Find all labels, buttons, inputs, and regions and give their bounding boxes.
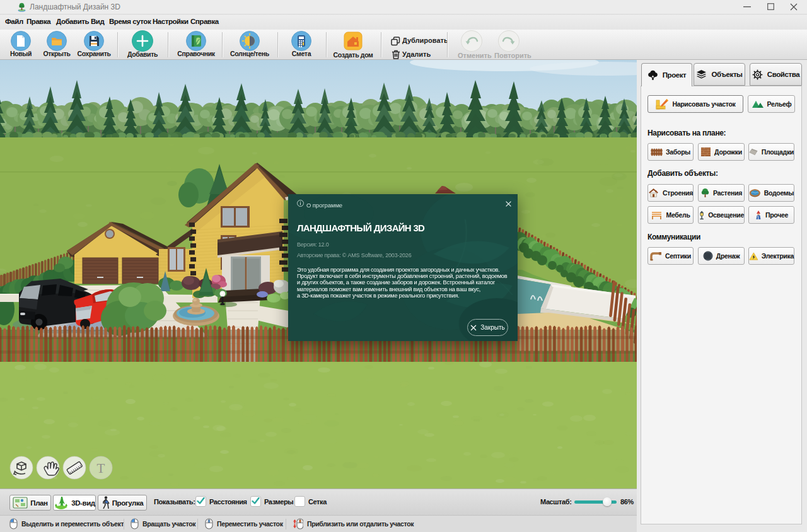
svg-text:T: T [97,461,105,476]
